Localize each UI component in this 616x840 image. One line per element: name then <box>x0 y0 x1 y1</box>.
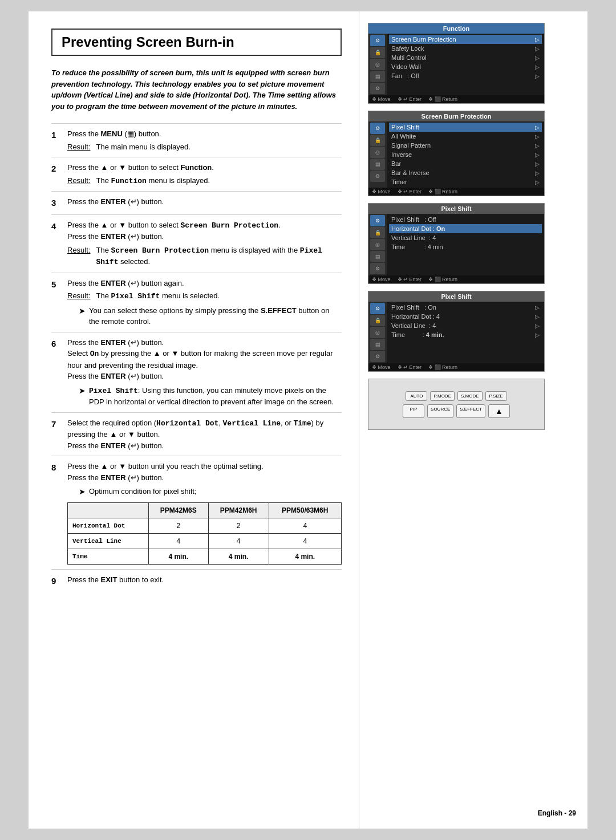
arrow-icon-8: ➤ <box>79 486 86 498</box>
osd-menu-pixel-shift-1: Pixel Shift ⚙ 🔒 ◎ ▤ ⚙ Pixel Shift : Off … <box>368 203 545 284</box>
osd-icon-2: 🔒 <box>370 47 385 58</box>
table-cell-vline-2: 4 <box>208 534 269 549</box>
main-content: Preventing Screen Burn-in To reduce the … <box>29 11 359 829</box>
osd-icon-3: ◎ <box>370 59 385 70</box>
arrow-icon-5: ➤ <box>79 305 86 317</box>
step-1-result: The main menu is displayed. <box>96 141 190 153</box>
osd-footer-3: Move ↵ Enter ⬛ Return <box>368 275 544 283</box>
table-header-empty <box>68 503 149 518</box>
step-5: 5 Press the ENTER (↵) button again. Resu… <box>51 273 342 332</box>
remote-btn-seffect: S.EFFECT <box>456 404 485 418</box>
step-5-num: 5 <box>51 278 67 291</box>
osd-icon-4c: ◎ <box>370 327 385 338</box>
step-1-content: Press the MENU (▦) button. Result: The m… <box>67 128 342 152</box>
osd-icons-2: ⚙ 🔒 ◎ ▤ ⚙ <box>368 121 387 188</box>
page-title: Preventing Screen Burn-in <box>51 29 342 56</box>
osd-menu-screen-burn: Screen Burn Protection ⚙ 🔒 ◎ ▤ ⚙ Pixel S… <box>368 111 545 196</box>
osd-item-timer: Timer▷ <box>389 177 542 186</box>
osd-item-screen-burn: Screen Burn Protection▷ <box>389 35 542 44</box>
osd-item-vline-4: Vertical Line : 4 <box>389 233 542 242</box>
osd-icon-3a: ⚙ <box>370 215 385 226</box>
table-cell-hdot-1: 2 <box>148 518 208 534</box>
step-8-note: ➤ Optimum condition for pixel shift; <box>79 486 342 498</box>
table-cell-vline-1: 4 <box>148 534 208 549</box>
table-row-vline: Vertical Line 4 4 4 <box>68 534 342 549</box>
osd-icon-3d: ▤ <box>370 251 385 262</box>
osd-footer-2: Move ↵ Enter ⬛ Return <box>368 188 544 196</box>
osd-item-hdot-on: Horizontal Dot : On <box>389 224 542 233</box>
page-footer: English - 29 <box>538 809 576 817</box>
step-3-content: Press the ENTER (↵) button. <box>67 196 342 208</box>
osd-title-function: Function <box>368 23 544 34</box>
table-cell-time-3: 4 min. <box>269 549 341 565</box>
table-header-ppm50m6h: PPM50/63M6H <box>269 503 341 518</box>
osd-item-ps-on: Pixel Shift : On▷ <box>389 303 542 312</box>
remote-btn-source: SOURCE <box>427 404 453 418</box>
osd-item-pixel-shift: Pixel Shift▷ <box>389 123 542 132</box>
osd-icon-4e: ⚙ <box>370 351 385 362</box>
step-6: 6 Press the ENTER (↵) button. Select On … <box>51 332 342 412</box>
osd-item-ps-off: Pixel Shift : Off <box>389 215 542 224</box>
step-1: 1 Press the MENU (▦) button. Result: The… <box>51 123 342 157</box>
table-cell-time-1: 4 min. <box>148 549 208 565</box>
step-5-result: The Pixel Shift menu is selected. <box>96 290 220 302</box>
osd-icons-1: ⚙ 🔒 ◎ ▤ ⚙ <box>368 34 387 95</box>
result-label: Result: <box>67 141 90 153</box>
remote-btn-smode: S.MODE <box>457 391 483 401</box>
sidebar: Function ⚙ 🔒 ◎ ▤ ⚙ Screen Burn Protectio… <box>359 11 553 829</box>
osd-item-inverse: Inverse▷ <box>389 150 542 159</box>
osd-body-ps1: ⚙ 🔒 ◎ ▤ ⚙ Pixel Shift : Off Horizontal D… <box>368 214 544 275</box>
osd-icon-4: ▤ <box>370 71 385 82</box>
step-4: 4 Press the ▲ or ▼ button to select Scre… <box>51 214 342 273</box>
step-4-result: The Screen Burn Protection menu is displ… <box>96 245 342 268</box>
step-6-note: ➤ Pixel Shift: Using this function, you … <box>79 385 342 408</box>
remote-row-2: PIP SOURCE S.EFFECT ▲ <box>394 404 519 418</box>
osd-item-time-4min: Time : 4 min. <box>389 242 542 251</box>
osd-item-multi-control: Multi Control▷ <box>389 53 542 62</box>
step-5-note: ➤ You can select these options by simply… <box>79 305 342 327</box>
osd-icon-2e: ⚙ <box>370 171 385 182</box>
result-label-2: Result: <box>67 175 90 187</box>
result-label-5: Result: <box>67 290 90 302</box>
step-4-num: 4 <box>51 220 67 233</box>
remote-btn-up: ▲ <box>488 404 510 418</box>
osd-item-all-white: All White▷ <box>389 132 542 141</box>
osd-item-video-wall: Video Wall▷ <box>389 62 542 71</box>
osd-items-function: Screen Burn Protection▷ Safety Lock▷ Mul… <box>387 34 544 95</box>
osd-icon-5: ⚙ <box>370 83 385 94</box>
step-2-result: The Function menu is displayed. <box>96 175 210 187</box>
step-2-content: Press the ▲ or ▼ button to select Functi… <box>67 162 342 186</box>
table-cell-time-2: 4 min. <box>208 549 269 565</box>
osd-footer-1: Move ↵ Enter ⬛ Return <box>368 95 544 103</box>
step-6-num: 6 <box>51 337 67 351</box>
table-row-hdot: Horizontal Dot 2 2 4 <box>68 518 342 534</box>
osd-footer-4: Move ↵ Enter ⬛ Return <box>368 363 544 371</box>
remote-btn-psize: P.SIZE <box>485 391 507 401</box>
osd-item-safety-lock: Safety Lock▷ <box>389 44 542 53</box>
osd-icon-2b: 🔒 <box>370 135 385 146</box>
step-7-content: Select the required option (Horizontal D… <box>67 417 342 452</box>
step-4-content: Press the ▲ or ▼ button to select Screen… <box>67 220 342 268</box>
table-row-time: Time 4 min. 4 min. 4 min. <box>68 549 342 565</box>
osd-item-signal-pattern: Signal Pattern▷ <box>389 141 542 150</box>
osd-icon-4a: ⚙ <box>370 303 385 314</box>
osd-item-fan: Fan : Off▷ <box>389 71 542 80</box>
osd-menu-function: Function ⚙ 🔒 ◎ ▤ ⚙ Screen Burn Protectio… <box>368 23 545 104</box>
step-7-num: 7 <box>51 417 67 431</box>
remote-btn-auto: AUTO <box>406 391 427 401</box>
osd-items-sbp: Pixel Shift▷ All White▷ Signal Pattern▷ … <box>387 121 544 188</box>
step-8-content: Press the ▲ or ▼ button until you reach … <box>67 461 342 565</box>
step-7: 7 Select the required option (Horizontal… <box>51 412 342 456</box>
osd-item-hdot-4: Horizontal Dot : 4▷ <box>389 312 542 321</box>
osd-item-bar: Bar▷ <box>389 159 542 168</box>
osd-item-time2-4min: Time : 4 min.▷ <box>389 330 542 339</box>
osd-items-ps2: Pixel Shift : On▷ Horizontal Dot : 4▷ Ve… <box>387 302 544 363</box>
osd-icon-2a: ⚙ <box>370 123 385 134</box>
step-1-num: 1 <box>51 128 67 142</box>
osd-body-ps2: ⚙ 🔒 ◎ ▤ ⚙ Pixel Shift : On▷ Horizontal D… <box>368 302 544 363</box>
osd-icons-4: ⚙ 🔒 ◎ ▤ ⚙ <box>368 302 387 363</box>
table-cell-vline-3: 4 <box>269 534 341 549</box>
osd-icon-1: ⚙ <box>370 35 385 46</box>
table-header-ppm42m6h: PPM42M6H <box>208 503 269 518</box>
step-2-num: 2 <box>51 162 67 176</box>
